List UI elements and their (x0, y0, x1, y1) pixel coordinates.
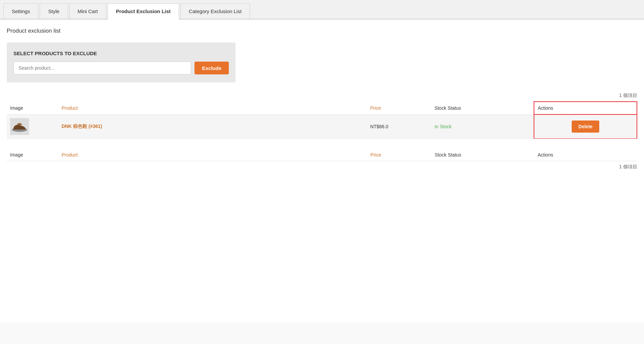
top-item-count: 1 個項目 (7, 93, 637, 99)
tab-settings[interactable]: Settings (3, 3, 38, 19)
svg-point-1 (15, 126, 18, 127)
select-products-title: SELECT PRODUCTS TO EXCLUDE (13, 50, 229, 56)
bottom-table-section: Image Product Price Stock Status Actions… (7, 149, 637, 170)
bottom-col-header-actions: Actions (534, 149, 637, 161)
product-price-cell: NT$86.0 (367, 114, 431, 138)
delete-button[interactable]: Delete (572, 121, 599, 133)
top-table-section: 1 個項目 Image Product Price Stock Status A… (7, 93, 637, 139)
top-table-header-row: Image Product Price Stock Status Actions (7, 102, 637, 114)
tabs-bar: Settings Style Mini Cart Product Exclusi… (0, 0, 644, 20)
table-row: DNK 棕色鞋 (#361) NT$86.0 In Stock Delete (7, 114, 637, 138)
tab-style[interactable]: Style (40, 3, 68, 19)
bottom-item-count: 1 個項目 (7, 164, 637, 170)
tab-mini-cart[interactable]: Mini Cart (69, 3, 106, 19)
col-header-price[interactable]: Price (367, 102, 431, 114)
stock-status: In Stock (434, 124, 452, 129)
product-name[interactable]: DNK 棕色鞋 (#361) (62, 124, 102, 129)
search-row: Exclude (13, 62, 229, 74)
product-stock-cell: In Stock (431, 114, 534, 138)
product-actions-cell: Delete (534, 114, 637, 138)
tab-product-exclusion[interactable]: Product Exclusion List (108, 3, 179, 20)
col-header-image: Image (7, 102, 58, 114)
select-products-box: SELECT PRODUCTS TO EXCLUDE Exclude (7, 42, 236, 82)
bottom-col-header-image: Image (7, 149, 58, 161)
page-title: Product exclusion list (7, 28, 637, 34)
bottom-col-header-product[interactable]: Product (58, 149, 367, 161)
shoe-icon (11, 119, 28, 134)
search-input[interactable] (13, 62, 191, 74)
main-content: Product exclusion list SELECT PRODUCTS T… (0, 20, 644, 322)
bottom-col-header-price[interactable]: Price (367, 149, 431, 161)
product-name-cell: DNK 棕色鞋 (#361) (58, 114, 367, 138)
tab-category-exclusion[interactable]: Category Exclusion List (180, 3, 250, 19)
product-thumbnail (10, 118, 29, 135)
exclude-button[interactable]: Exclude (194, 62, 229, 74)
col-header-product[interactable]: Product (58, 102, 367, 114)
bottom-table: Image Product Price Stock Status Actions (7, 149, 637, 161)
bottom-table-header-row: Image Product Price Stock Status Actions (7, 149, 637, 161)
top-table: Image Product Price Stock Status Actions (7, 101, 637, 139)
col-header-stock: Stock Status (431, 102, 534, 114)
col-header-actions: Actions (534, 102, 637, 114)
bottom-col-header-stock: Stock Status (431, 149, 534, 161)
product-image-cell (7, 114, 58, 138)
